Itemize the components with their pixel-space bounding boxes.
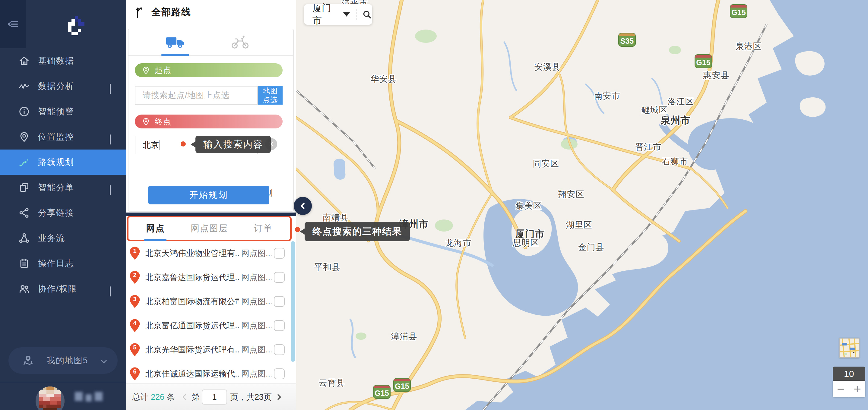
- numbered-pin-icon: 1: [130, 246, 140, 260]
- result-checkbox[interactable]: [274, 296, 285, 307]
- start-planning-button[interactable]: 开始规划: [148, 186, 269, 204]
- overview-map-toggle[interactable]: [839, 338, 860, 358]
- result-checkbox[interactable]: [274, 320, 285, 331]
- route-fork-icon: [134, 5, 146, 19]
- map-place-label: 晋江市: [636, 141, 662, 153]
- result-tab[interactable]: 网点: [128, 222, 183, 234]
- divider: [356, 9, 356, 20]
- page-number-input[interactable]: 1: [202, 389, 227, 405]
- search-icon[interactable]: [362, 9, 372, 20]
- result-row[interactable]: 4 北京富亿通国际货运代理... 网点图...: [126, 314, 296, 338]
- transport-mode-tabs: [128, 29, 293, 56]
- my-map-switcher[interactable]: 我的地图5: [8, 347, 118, 374]
- result-row[interactable]: 5 北京光华国际货运代理有... 网点图...: [126, 338, 296, 362]
- active-mode-underline: [161, 54, 189, 56]
- map-place-label: 思明区: [513, 237, 539, 249]
- map-place-label: 云霄县: [319, 377, 345, 388]
- map-place-label: 石狮市: [662, 156, 688, 167]
- sidebar: 基础数据 数据分析 智能预警 位置监控 路线规划: [0, 0, 126, 410]
- sidebar-item[interactable]: 智能分单: [0, 175, 126, 200]
- origin-search-input[interactable]: 请搜索起点/地图上点选: [135, 86, 258, 105]
- destination-pill: 终点: [135, 115, 283, 128]
- map-place-label: 集美区: [516, 200, 542, 212]
- sidebar-item[interactable]: 智能预警: [0, 99, 126, 124]
- result-checkbox[interactable]: [274, 272, 285, 283]
- result-name: 北京天鸿伟业物业管理有...: [145, 248, 239, 259]
- sidebar-collapse-button[interactable]: [0, 0, 26, 48]
- result-checkbox[interactable]: [274, 369, 285, 379]
- total-count-value: 226: [151, 392, 164, 402]
- dropdown-triangle-icon: [343, 12, 350, 17]
- map-place-label: 南安市: [594, 90, 620, 102]
- map-place-label: 惠安县: [703, 70, 730, 81]
- result-checkbox[interactable]: [274, 248, 285, 259]
- result-tab-label: 网点图层: [191, 223, 228, 233]
- user-avatar[interactable]: [36, 386, 65, 410]
- map-place-label: 安溪县: [534, 61, 561, 73]
- log-icon: [18, 257, 30, 270]
- result-layer: 网点图...: [241, 320, 272, 331]
- pin-number: 5: [130, 344, 140, 351]
- total-count: 总计 226 条: [132, 391, 175, 403]
- sidebar-item[interactable]: 业务流: [0, 225, 126, 251]
- panel-collapse-button[interactable]: [294, 197, 312, 215]
- chevron-down-icon: [110, 286, 115, 292]
- prev-page-icon[interactable]: [183, 394, 188, 400]
- highway-badge: G15: [730, 4, 747, 18]
- map-place-label: 泉州市: [661, 114, 691, 127]
- truck-mode-tab[interactable]: [157, 32, 193, 52]
- result-row[interactable]: 1 北京天鸿伟业物业管理有... 网点图...: [126, 241, 296, 265]
- map-place-label: 泉港区: [736, 41, 762, 52]
- sidebar-item-label: 位置监控: [38, 131, 74, 143]
- sidebar-item[interactable]: 位置监控: [0, 124, 126, 150]
- hint-dot: [181, 141, 186, 147]
- map-pick-button[interactable]: 地图点选: [258, 86, 283, 105]
- map-canvas[interactable]: 漳平市安溪县华安县南安市泉港区惠安县洛江区鲤城区泉州市晋江市石狮市同安区翔安区集…: [296, 0, 868, 410]
- sidebar-item[interactable]: 路线规划: [0, 150, 126, 175]
- result-name: 北京光华国际货运代理有...: [145, 344, 239, 355]
- result-tab[interactable]: 网点图层: [183, 222, 237, 234]
- chevron-down-icon: [110, 134, 115, 140]
- destination-pin-icon: [142, 117, 151, 126]
- collapse-menu-icon: [6, 18, 20, 31]
- map-place-label: 湖里区: [566, 219, 592, 231]
- route-icon: [18, 156, 30, 168]
- sidebar-item[interactable]: 分享链接: [0, 200, 126, 225]
- location-icon: [18, 131, 30, 143]
- input-hint-tooltip: 输入搜索内容: [195, 136, 271, 153]
- sidebar-item-label: 操作日志: [38, 258, 74, 269]
- sidebar-item[interactable]: 基础数据: [0, 48, 126, 73]
- map-place-label: 龙海市: [445, 237, 472, 249]
- map-place-label: 洛江区: [668, 96, 694, 107]
- pin-number: 4: [130, 320, 140, 327]
- hint-dot: [295, 227, 300, 232]
- city-dropdown[interactable]: 厦门市: [312, 2, 350, 27]
- app-logo: [65, 16, 88, 39]
- sidebar-item[interactable]: 数据分析: [0, 73, 126, 99]
- highway-badge: S35: [618, 33, 636, 47]
- pin-number: 3: [130, 296, 140, 303]
- results-hint-tooltip: 终点搜索的三种结果: [305, 222, 410, 241]
- rider-mode-tab[interactable]: [222, 32, 258, 52]
- sidebar-item[interactable]: 协作/权限: [0, 276, 126, 302]
- result-row[interactable]: 6 北京佳诚通达国际运输代... 网点图...: [126, 362, 296, 383]
- zoom-in-button[interactable]: +: [849, 381, 865, 397]
- next-page-icon[interactable]: [275, 394, 281, 400]
- sidebar-item[interactable]: 操作日志: [0, 251, 126, 276]
- result-layer: 网点图...: [241, 272, 272, 283]
- zoom-level-indicator: 10: [833, 367, 865, 381]
- analytics-icon: [18, 80, 30, 92]
- rider-icon: [230, 34, 250, 50]
- result-name: 北京嘉鲁达国际货运代理...: [145, 272, 239, 283]
- chevron-left-icon: [300, 202, 307, 210]
- chevron-down-icon: [110, 84, 115, 89]
- list-scrollbar[interactable]: [291, 241, 295, 362]
- app-root: 基础数据 数据分析 智能预警 位置监控 路线规划: [0, 0, 868, 410]
- panel-header: 全部路线: [134, 5, 191, 19]
- result-tab[interactable]: 订单: [236, 222, 290, 234]
- result-row[interactable]: 2 北京嘉鲁达国际货运代理... 网点图...: [126, 265, 296, 289]
- result-checkbox[interactable]: [274, 344, 285, 355]
- origin-pill: 起点: [135, 63, 283, 77]
- zoom-out-button[interactable]: −: [833, 381, 849, 397]
- result-row[interactable]: 3 北京柏富国际物流有限公司 网点图...: [126, 289, 296, 314]
